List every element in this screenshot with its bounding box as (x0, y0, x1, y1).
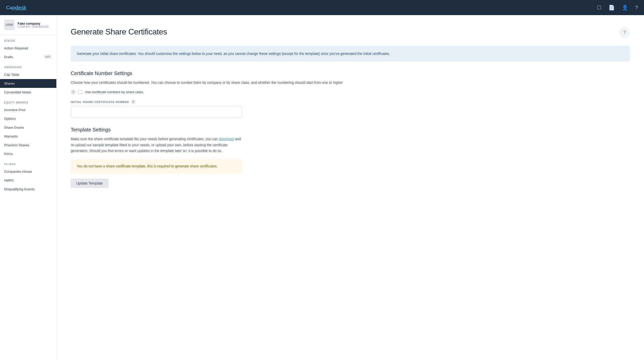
company-info: Fake company COMPANY DASHBOARD (18, 22, 49, 28)
sidebar-section-filings: FILINGS (0, 158, 56, 167)
sidebar-item-incentive-pool[interactable]: Incentive Pool (0, 105, 56, 114)
update-template-button[interactable]: Update Template (71, 178, 108, 188)
field-label: INITIAL SHARE CERTIFICATE NUMBER ? (71, 100, 630, 104)
page-header: Generate Share Certificates ? (71, 27, 630, 38)
warning-text: You do not have a share certificate temp… (77, 164, 236, 169)
sidebar-item-options[interactable]: Options (0, 114, 56, 123)
help-icon[interactable]: ? (635, 5, 638, 11)
navbar-actions: ☐ 📄 👤 ? (597, 5, 638, 11)
sidebar-item-drafts[interactable]: Drafts OFF (0, 53, 56, 61)
main-content: Generate Share Certificates ? Generate y… (57, 15, 644, 360)
download-link[interactable]: download (219, 137, 234, 141)
sidebar-item-phantom-shares[interactable]: Phantom Shares (0, 141, 56, 150)
field-help-icon[interactable]: ? (131, 100, 136, 104)
template-section: Template Settings Make sure the share ce… (71, 127, 630, 188)
cert-number-title: Certificate Number Settings (71, 70, 630, 76)
company-name: Fake company (18, 22, 49, 25)
sidebar-item-cap-table[interactable]: Cap Table (0, 70, 56, 79)
template-title: Template Settings (71, 127, 630, 133)
info-banner: Generate your initial share certificates… (71, 46, 630, 61)
company-sub: COMPANY DASHBOARD (18, 25, 49, 28)
checkbox-help-icon[interactable]: ? (71, 90, 76, 95)
sidebar: LOGO Fake company COMPANY DASHBOARD STAT… (0, 15, 57, 360)
sidebar-item-share-grants[interactable]: Share Grants (0, 123, 56, 132)
template-desc: Make sure the share certificate template… (71, 136, 242, 154)
page-help-button[interactable]: ? (619, 27, 630, 38)
sidebar-item-convertible-notes[interactable]: Convertible Notes (0, 88, 56, 97)
info-banner-text: Generate your initial share certificates… (77, 51, 624, 56)
cert-number-desc: Choose how your certificates should be n… (71, 80, 630, 85)
sidebar-item-shares[interactable]: Shares (0, 79, 56, 88)
cert-number-input[interactable] (71, 106, 242, 118)
drafts-badge: OFF (44, 55, 52, 59)
sidebar-item-companies-house[interactable]: Companies House (0, 167, 56, 176)
checkbox-label: Use certificate numbers by share class. (85, 90, 144, 94)
layout: LOGO Fake company COMPANY DASHBOARD STAT… (0, 15, 644, 360)
warning-banner: You do not have a share certificate temp… (71, 159, 242, 173)
sidebar-section-status: STATUS (0, 35, 56, 44)
brand-logo[interactable]: Capdesk (6, 5, 26, 11)
sidebar-item-hmrc[interactable]: HMRC (0, 176, 56, 185)
navbar: Capdesk ☐ 📄 👤 ? (0, 0, 644, 15)
company-logo: LOGO (4, 20, 15, 30)
sidebar-item-disqualifying-events[interactable]: Disqualifying Events (0, 185, 56, 194)
company-header[interactable]: LOGO Fake company COMPANY DASHBOARD (0, 15, 56, 35)
checkbox-row: ? Use certificate numbers by share class… (71, 90, 630, 95)
cert-number-field: INITIAL SHARE CERTIFICATE NUMBER ? (71, 100, 630, 118)
sidebar-section-ownership: OWNERSHIP (0, 61, 56, 70)
sidebar-item-rsus[interactable]: RSUs (0, 150, 56, 158)
page-title: Generate Share Certificates (71, 27, 167, 37)
document-icon[interactable]: 📄 (609, 5, 615, 11)
user-icon[interactable]: 👤 (622, 5, 628, 11)
sidebar-section-equity: EQUITY AWARDS (0, 97, 56, 105)
cert-number-section: Certificate Number Settings Choose how y… (71, 70, 630, 118)
check-square-icon[interactable]: ☐ (597, 5, 601, 11)
sidebar-item-action-required[interactable]: Action Required (0, 44, 56, 53)
share-class-checkbox[interactable] (78, 90, 82, 94)
sidebar-item-warrants[interactable]: Warrants (0, 132, 56, 141)
